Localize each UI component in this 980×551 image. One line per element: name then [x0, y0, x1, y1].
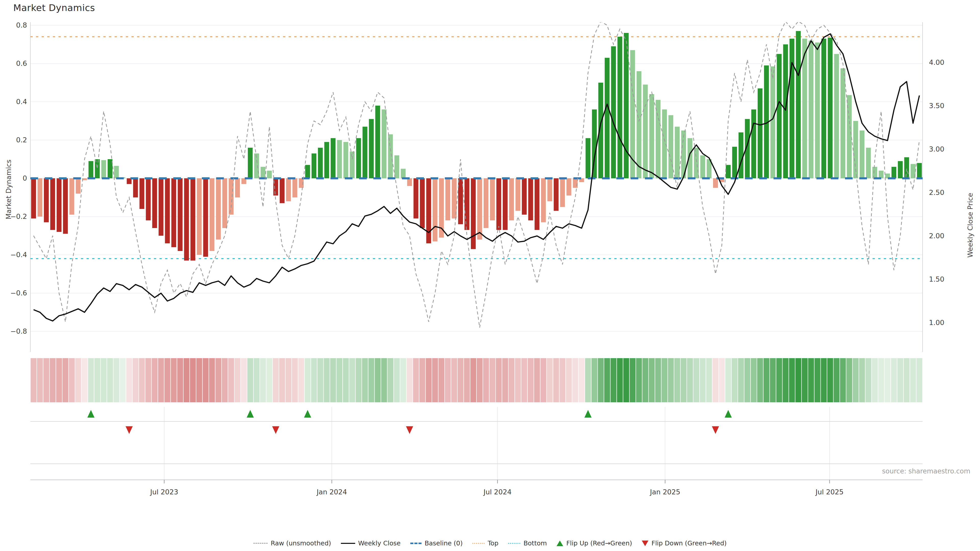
- svg-text:0.8: 0.8: [16, 21, 27, 29]
- market-dynamics-dashboard: Market Dynamics Market Dynamics Weekly C…: [0, 0, 980, 551]
- legend-label: Weekly Close: [358, 540, 401, 547]
- legend-item-raw: Raw (unsmoothed): [253, 540, 331, 547]
- legend-item-flip-up: Flip Up (Red→Green): [557, 540, 632, 547]
- svg-text:−0.8: −0.8: [10, 327, 27, 335]
- svg-text:Jul 2025: Jul 2025: [815, 488, 843, 496]
- svg-text:0.2: 0.2: [16, 136, 27, 144]
- raw-swatch-icon: [253, 543, 268, 544]
- svg-text:3.50: 3.50: [929, 102, 944, 110]
- svg-text:3.00: 3.00: [929, 145, 944, 153]
- chart-legend: Raw (unsmoothed)Weekly CloseBaseline (0)…: [253, 540, 727, 547]
- flip-up-markers: [87, 410, 732, 418]
- legend-label: Raw (unsmoothed): [271, 540, 331, 547]
- flip-down-swatch-icon: [642, 540, 649, 546]
- svg-text:2.50: 2.50: [929, 189, 944, 197]
- svg-text:Jul 2024: Jul 2024: [483, 488, 511, 496]
- svg-text:−0.4: −0.4: [10, 251, 27, 259]
- source-credit: source: sharemaestro.com: [882, 467, 970, 475]
- svg-text:2.00: 2.00: [929, 232, 944, 240]
- legend-label: Flip Up (Red→Green): [566, 540, 632, 547]
- legend-item-flip-down: Flip Down (Green→Red): [642, 540, 727, 547]
- x-axis: Jul 2023Jan 2024Jul 2024Jan 2025Jul 2025: [150, 480, 843, 496]
- top-swatch-icon: [473, 543, 485, 544]
- gridlines: [30, 22, 923, 352]
- dynamics-heatmap: [30, 358, 922, 402]
- legend-label: Flip Down (Green→Red): [652, 540, 727, 547]
- baseline-swatch-icon: [410, 543, 422, 544]
- svg-text:Jan 2025: Jan 2025: [649, 488, 680, 496]
- svg-text:0.6: 0.6: [16, 59, 27, 67]
- svg-text:4.00: 4.00: [929, 59, 944, 66]
- close-swatch-icon: [341, 543, 355, 544]
- svg-text:1.00: 1.00: [929, 319, 944, 327]
- legend-item-close: Weekly Close: [341, 540, 401, 547]
- flip-up-swatch-icon: [557, 540, 563, 546]
- threshold-lines: [30, 37, 923, 259]
- svg-text:Jan 2024: Jan 2024: [316, 488, 347, 496]
- legend-item-bottom: Bottom: [508, 540, 547, 547]
- svg-text:Jul 2023: Jul 2023: [150, 488, 178, 496]
- svg-text:−0.6: −0.6: [10, 289, 27, 297]
- svg-text:1.50: 1.50: [929, 275, 944, 283]
- legend-item-baseline: Baseline (0): [410, 540, 463, 547]
- legend-label: Bottom: [523, 540, 547, 547]
- legend-label: Top: [488, 540, 498, 547]
- flip-marker-panel: [30, 407, 923, 480]
- flip-down-markers: [126, 426, 719, 434]
- dynamics-bars: [31, 31, 922, 261]
- bottom-swatch-icon: [508, 543, 520, 544]
- svg-text:0: 0: [23, 174, 27, 182]
- legend-label: Baseline (0): [425, 540, 463, 547]
- svg-text:0.4: 0.4: [16, 98, 27, 106]
- legend-item-top: Top: [473, 540, 498, 547]
- main-chart: 0.80.60.40.20−0.2−0.4−0.6−0.84.003.503.0…: [0, 0, 980, 551]
- svg-text:−0.2: −0.2: [10, 213, 27, 221]
